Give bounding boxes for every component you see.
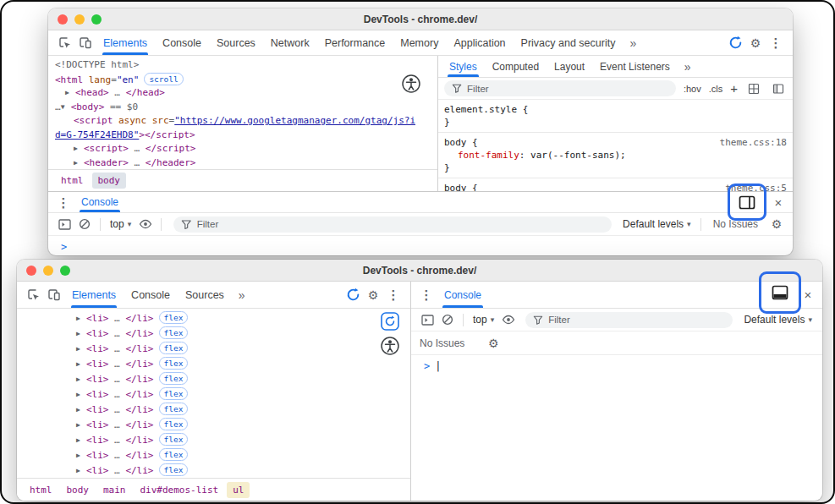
close-drawer-button[interactable]: × bbox=[799, 288, 817, 302]
tree-row-doctype[interactable]: <!DOCTYPE html> bbox=[55, 58, 437, 73]
clear-console-button[interactable] bbox=[437, 310, 458, 330]
css-rule-body[interactable]: body {theme.css:18 font-family: var(--fo… bbox=[438, 133, 793, 178]
tree-row-li[interactable]: ▶<li> … </li>flex bbox=[17, 326, 410, 342]
close-drawer-button[interactable]: × bbox=[769, 195, 788, 210]
tab-console[interactable]: Console bbox=[155, 30, 209, 55]
tree-row-script-gtag[interactable]: <script async src="https://www.googletag… bbox=[55, 114, 437, 129]
expand-arrow-icon[interactable]: ▶ bbox=[76, 418, 86, 433]
console-settings-button[interactable]: ⚙ bbox=[483, 333, 503, 353]
tab-network[interactable]: Network bbox=[263, 30, 317, 55]
console-prompt[interactable]: > bbox=[48, 236, 793, 255]
breadcrumb-html[interactable]: html bbox=[55, 173, 90, 189]
expand-arrow-icon[interactable]: ▶ bbox=[65, 86, 75, 101]
console-sidebar-button[interactable] bbox=[417, 310, 437, 330]
tree-row-li[interactable]: ▶<li> … </li>flex bbox=[17, 418, 410, 433]
collapsed-content-dots[interactable]: … bbox=[109, 389, 126, 400]
css-rule-element-style[interactable]: element.style { } bbox=[438, 100, 793, 133]
hover-ellipsis[interactable]: … bbox=[55, 101, 61, 112]
dock-drawer-right-button[interactable] bbox=[737, 192, 757, 212]
drawer-menu-button[interactable]: ⋮ bbox=[53, 192, 74, 212]
drawer-tab-console[interactable]: Console bbox=[74, 192, 126, 212]
breadcrumb-main[interactable]: main bbox=[97, 482, 132, 498]
tab-event-listeners[interactable]: Event Listeners bbox=[592, 56, 678, 77]
device-toolbar-button[interactable] bbox=[75, 33, 96, 53]
breadcrumb-div-demos-list[interactable]: div#demos-list bbox=[135, 482, 225, 498]
log-levels-selector[interactable]: Default levels▾ bbox=[618, 218, 695, 230]
clear-console-button[interactable] bbox=[74, 214, 95, 234]
flex-badge[interactable]: flex bbox=[159, 463, 189, 476]
tab-sources[interactable]: Sources bbox=[209, 30, 263, 55]
expand-arrow-icon[interactable]: ▶ bbox=[76, 387, 86, 403]
tree-row-body[interactable]: …▼<body> == $0 bbox=[55, 101, 437, 115]
flex-badge[interactable]: flex bbox=[159, 448, 189, 461]
live-expression-button[interactable] bbox=[135, 214, 156, 234]
collapsed-content-dots[interactable]: … bbox=[109, 419, 126, 430]
more-sidebar-tabs-button[interactable]: » bbox=[678, 60, 698, 74]
sync-status-button[interactable] bbox=[343, 285, 363, 305]
javascript-context-selector[interactable]: top▾ bbox=[469, 314, 498, 326]
collapsed-content-dots[interactable]: … bbox=[109, 313, 126, 324]
tree-row-li[interactable]: ▶<li> … </li>flex bbox=[17, 403, 410, 418]
tree-row-li[interactable]: ▶<li> … </li>flex bbox=[17, 387, 410, 403]
flex-badge[interactable]: flex bbox=[159, 311, 189, 324]
tree-row-li[interactable]: ▶<li> … </li>flex bbox=[17, 311, 410, 326]
inspect-element-button[interactable] bbox=[24, 285, 44, 305]
sync-badge-button[interactable] bbox=[381, 312, 399, 333]
collapsed-content-dots[interactable]: … bbox=[129, 143, 146, 154]
collapsed-content-dots[interactable]: … bbox=[109, 465, 126, 476]
tree-row-script[interactable]: ▶<script> … </script> bbox=[55, 142, 437, 156]
minimize-window-button[interactable] bbox=[43, 266, 53, 276]
collapsed-content-dots[interactable]: … bbox=[109, 359, 126, 370]
drawer-menu-button[interactable]: ⋮ bbox=[416, 285, 437, 305]
tree-row-header[interactable]: ▶<header> … </header> bbox=[55, 156, 437, 170]
tab-privacy-and-security[interactable]: Privacy and security bbox=[514, 30, 624, 55]
collapsed-content-dots[interactable]: … bbox=[109, 435, 126, 446]
tab-performance[interactable]: Performance bbox=[317, 30, 393, 55]
collapsed-content-dots[interactable]: … bbox=[109, 374, 126, 385]
collapsed-content-dots[interactable]: … bbox=[109, 450, 126, 461]
breadcrumb-body[interactable]: body bbox=[61, 482, 96, 498]
console-settings-button[interactable]: ⚙ bbox=[766, 214, 787, 234]
settings-button[interactable]: ⚙ bbox=[363, 285, 383, 305]
toggle-element-state-button[interactable]: :hov bbox=[684, 84, 701, 94]
zoom-window-button[interactable] bbox=[60, 266, 70, 276]
collapsed-content-dots[interactable]: … bbox=[129, 157, 146, 168]
expand-arrow-icon[interactable]: ▶ bbox=[76, 372, 86, 387]
flex-badge[interactable]: flex bbox=[159, 418, 189, 430]
tree-row-li[interactable]: ▶<li> … </li>flex bbox=[17, 448, 410, 463]
tab-computed[interactable]: Computed bbox=[485, 56, 547, 77]
expand-arrow-icon[interactable]: ▶ bbox=[76, 448, 86, 463]
grid-options-button[interactable] bbox=[745, 80, 762, 97]
attr-value-link[interactable]: "https://www.googletagmanager.com/gtag/j… bbox=[174, 115, 415, 126]
expand-arrow-icon[interactable]: ▶ bbox=[76, 342, 86, 357]
expand-arrow-icon[interactable]: ▶ bbox=[76, 463, 86, 478]
close-window-button[interactable] bbox=[58, 14, 68, 25]
minimize-window-button[interactable] bbox=[74, 14, 85, 25]
css-property[interactable]: font-family bbox=[458, 149, 519, 162]
expand-arrow-icon[interactable]: ▶ bbox=[76, 433, 86, 448]
more-panels-button[interactable]: » bbox=[232, 288, 252, 302]
breadcrumb-body[interactable]: body bbox=[92, 173, 127, 189]
collapsed-content-dots[interactable]: … bbox=[109, 328, 126, 339]
breadcrumb-ul[interactable]: ul bbox=[227, 482, 250, 498]
console-filter[interactable] bbox=[173, 216, 612, 233]
tree-row-li[interactable]: ▶<li> … </li>flex bbox=[17, 433, 410, 448]
tab-console[interactable]: Console bbox=[124, 282, 178, 308]
tree-row-li[interactable]: ▶<li> … </li>flex bbox=[17, 372, 410, 387]
more-panels-button[interactable]: » bbox=[623, 36, 643, 50]
expand-arrow-icon[interactable]: ▶ bbox=[74, 142, 84, 156]
flex-badge[interactable]: flex bbox=[159, 326, 189, 339]
element-classes-button[interactable]: .cls bbox=[709, 84, 723, 94]
flex-badge[interactable]: flex bbox=[159, 433, 189, 446]
more-options-button[interactable]: ⋮ bbox=[383, 285, 404, 305]
flex-badge[interactable]: flex bbox=[159, 357, 189, 370]
breadcrumb-html[interactable]: html bbox=[24, 482, 58, 498]
issues-counter[interactable]: No Issues bbox=[420, 337, 464, 349]
flex-badge[interactable]: flex bbox=[159, 372, 189, 385]
expand-arrow-icon[interactable]: ▶ bbox=[76, 311, 86, 326]
tree-row-html[interactable]: <html lang="en"scroll bbox=[55, 73, 437, 87]
console-filter[interactable] bbox=[525, 312, 733, 328]
scroll-badge[interactable]: scroll bbox=[144, 73, 183, 85]
settings-button[interactable]: ⚙ bbox=[745, 33, 766, 53]
styles-filter-input[interactable] bbox=[467, 84, 668, 94]
